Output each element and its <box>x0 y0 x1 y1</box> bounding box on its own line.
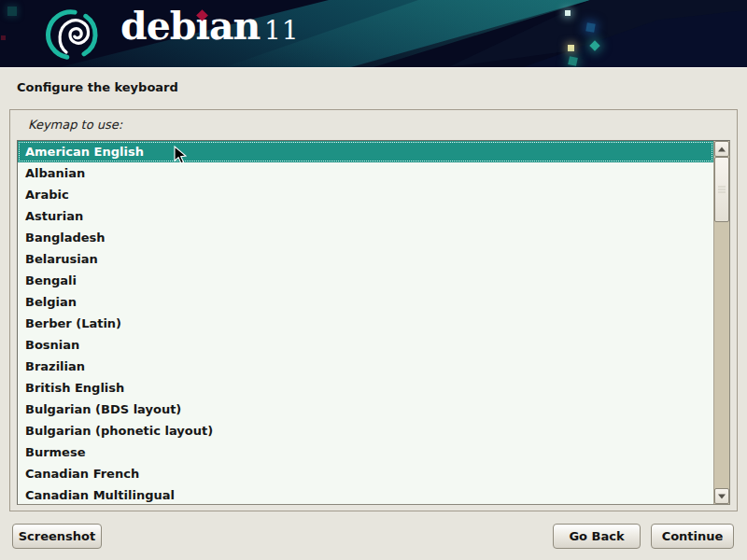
list-item[interactable]: Berber (Latin) <box>18 313 713 334</box>
list-item[interactable]: Belgian <box>18 291 713 313</box>
list-item[interactable]: Arabic <box>18 184 713 205</box>
list-item[interactable]: Asturian <box>18 205 713 227</box>
page-title: Configure the keyboard <box>17 80 178 94</box>
banner: debıan 11 <box>0 0 747 68</box>
list-item[interactable]: Canadian French <box>18 463 713 484</box>
banner-square <box>568 45 574 51</box>
keymap-list-rows: American EnglishAlbanianArabicAsturianBa… <box>18 141 713 504</box>
debian-swirl-icon <box>45 5 101 64</box>
arrow-down-icon <box>718 494 726 498</box>
list-item[interactable]: Bangladesh <box>18 227 713 248</box>
list-item[interactable]: Bengali <box>18 270 713 291</box>
list-item[interactable]: Bosnian <box>18 334 713 356</box>
scrollbar-grip-icon <box>718 185 726 195</box>
list-item[interactable]: Burmese <box>18 441 713 463</box>
banner-square <box>7 7 17 16</box>
list-item[interactable]: American English <box>18 141 713 162</box>
arrow-up-icon <box>718 147 726 151</box>
go-back-button[interactable]: Go Back <box>553 524 641 549</box>
banner-square <box>585 22 595 32</box>
list-item[interactable]: Belarusian <box>18 248 713 270</box>
scroll-up-button[interactable] <box>714 141 729 157</box>
keymap-listbox[interactable]: American EnglishAlbanianArabicAsturianBa… <box>17 140 730 505</box>
list-item[interactable]: British English <box>18 377 713 399</box>
screenshot-button[interactable]: Screenshot <box>12 524 102 549</box>
vertical-scrollbar[interactable] <box>713 141 729 504</box>
continue-button[interactable]: Continue <box>651 524 734 549</box>
scroll-down-button[interactable] <box>714 488 729 504</box>
banner-square <box>568 56 578 66</box>
list-item[interactable]: Canadian Multilingual <box>18 484 713 505</box>
scrollbar-thumb[interactable] <box>714 157 729 222</box>
banner-square <box>565 10 571 16</box>
list-item[interactable]: Bulgarian (BDS layout) <box>18 399 713 420</box>
banner-square <box>1 35 6 40</box>
keymap-label: Keymap to use: <box>28 118 122 132</box>
list-item[interactable]: Brazilian <box>18 356 713 377</box>
list-item[interactable]: Albanian <box>18 162 713 184</box>
brand-version: 11 <box>264 15 300 46</box>
brand-wordmark: debıan <box>120 4 260 49</box>
list-item[interactable]: Bulgarian (phonetic layout) <box>18 420 713 441</box>
